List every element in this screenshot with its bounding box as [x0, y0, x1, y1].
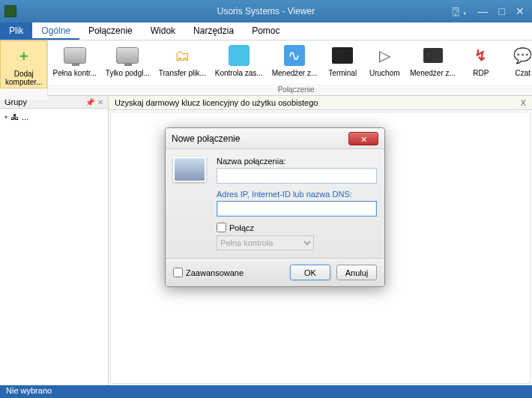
- pin-icon[interactable]: 📌: [85, 98, 94, 106]
- menu-connection[interactable]: Połączenie: [79, 22, 142, 40]
- titlebar: Usoris Systems - Viewer ⍰ ▾ — □ ✕: [0, 0, 532, 22]
- terminal-button[interactable]: Terminal: [321, 40, 363, 84]
- dialog-titlebar[interactable]: Nowe połączenie ✕: [166, 128, 384, 149]
- groups-tree[interactable]: ▾ 🖧 ...: [0, 109, 108, 385]
- resource-control-button[interactable]: Kontrola zas...: [211, 40, 267, 84]
- new-connection-dialog: Nowe połączenie ✕ Nazwa połączenia: Adre…: [165, 127, 385, 287]
- license-info-bar[interactable]: Uzyskaj darmowy klucz licencyjny do użyt…: [109, 96, 532, 110]
- rdp-button[interactable]: ↯RDP: [460, 40, 502, 84]
- dialog-footer: Zaawansowane OK Anuluj: [166, 258, 384, 286]
- pulse-icon: ∿: [282, 43, 306, 67]
- menu-tools[interactable]: Narzędzia: [184, 22, 243, 40]
- ribbon-group-connection: Pełna kontr... Tylko podgl... 🗂Transfer …: [48, 40, 532, 95]
- maximize-button[interactable]: □: [499, 5, 505, 17]
- license-info-text: Uzyskaj darmowy klucz licencyjny do użyt…: [115, 98, 318, 107]
- terminal-icon: [330, 43, 354, 67]
- rdp-icon: ↯: [469, 43, 493, 67]
- tree-root-label: ...: [22, 112, 28, 121]
- dialog-fields: Nazwa połączenia: Adres IP, Internet-ID …: [217, 157, 377, 250]
- ribbon-group-add: + Dodaj komputer...: [0, 40, 48, 95]
- tree-root-item[interactable]: ▾ 🖧 ...: [3, 112, 105, 122]
- ok-button[interactable]: OK: [290, 265, 330, 280]
- ribbon: + Dodaj komputer... Pełna kontr... Tylko…: [0, 40, 532, 96]
- dialog-title: Nowe połączenie: [172, 133, 240, 144]
- connection-name-input[interactable]: [217, 168, 377, 184]
- menu-help[interactable]: Pomoc: [243, 22, 288, 40]
- window-title: Usoris Systems - Viewer: [217, 6, 315, 16]
- connection-name-label: Nazwa połączenia:: [217, 157, 377, 166]
- files-icon: 🗂: [170, 43, 194, 67]
- dialog-body: Nazwa połączenia: Adres IP, Internet-ID …: [166, 149, 384, 258]
- close-button[interactable]: ✕: [516, 5, 525, 17]
- collapse-arrow-icon[interactable]: ▾: [4, 114, 7, 121]
- view-only-button[interactable]: Tylko podgl...: [101, 40, 154, 84]
- manager2-button[interactable]: Menedżer z...: [405, 40, 460, 84]
- monitor-eye-icon: [115, 43, 139, 67]
- statusbar: Nie wybrano: [0, 385, 532, 398]
- run-button[interactable]: ▷Uruchom: [363, 40, 405, 84]
- dialog-close-button[interactable]: ✕: [348, 132, 378, 145]
- chip-icon: [421, 43, 445, 67]
- menu-view[interactable]: Widok: [142, 22, 184, 40]
- gear-panel-icon: [227, 43, 251, 67]
- advanced-checkbox-label: Zaawansowane: [186, 268, 244, 277]
- mode-select[interactable]: Pełna kontrola: [217, 235, 314, 250]
- address-label[interactable]: Adres IP, Internet-ID lub nazwa DNS:: [217, 190, 377, 199]
- chat-button[interactable]: 💬Czat: [502, 40, 532, 84]
- manager-button[interactable]: ∿Menedżer z...: [267, 40, 322, 84]
- address-input[interactable]: [217, 201, 377, 217]
- advanced-checkbox[interactable]: [173, 268, 183, 277]
- minimize-button[interactable]: —: [478, 5, 489, 17]
- window-controls: ⍰ ▾ — □ ✕: [453, 5, 532, 17]
- add-computer-button[interactable]: + Dodaj komputer...: [0, 40, 47, 88]
- ribbon-group-spacer: [0, 88, 47, 100]
- run-icon: ▷: [372, 43, 396, 67]
- monitor-cursor-icon: [63, 43, 87, 67]
- connect-checkbox[interactable]: [217, 223, 226, 232]
- menu-general[interactable]: Ogólne: [32, 22, 79, 40]
- app-icon: [4, 5, 16, 17]
- info-bar-close-icon[interactable]: X: [521, 98, 526, 107]
- chat-icon: 💬: [511, 43, 532, 67]
- cancel-button[interactable]: Anuluj: [336, 265, 377, 280]
- menubar: Plik Ogólne Połączenie Widok Narzędzia P…: [0, 22, 532, 40]
- dialog-computer-icon: [173, 157, 209, 193]
- menu-file[interactable]: Plik: [0, 22, 32, 40]
- network-icon: 🖧: [10, 112, 19, 121]
- add-computer-label: Dodaj komputer...: [5, 70, 42, 86]
- status-text: Nie wybrano: [6, 386, 52, 395]
- help-dropdown-icon[interactable]: ⍰ ▾: [453, 5, 468, 17]
- full-control-button[interactable]: Pełna kontr...: [48, 40, 100, 84]
- file-transfer-button[interactable]: 🗂Transfer plik...: [154, 40, 211, 84]
- connect-checkbox-label: Połącz: [229, 223, 254, 232]
- ribbon-connection-label: Połączenie: [48, 84, 532, 95]
- sidebar: Grupy 📌 ✕ ▾ 🖧 ...: [0, 96, 109, 385]
- plus-icon: +: [12, 44, 36, 68]
- sidebar-close-icon[interactable]: ✕: [97, 98, 103, 106]
